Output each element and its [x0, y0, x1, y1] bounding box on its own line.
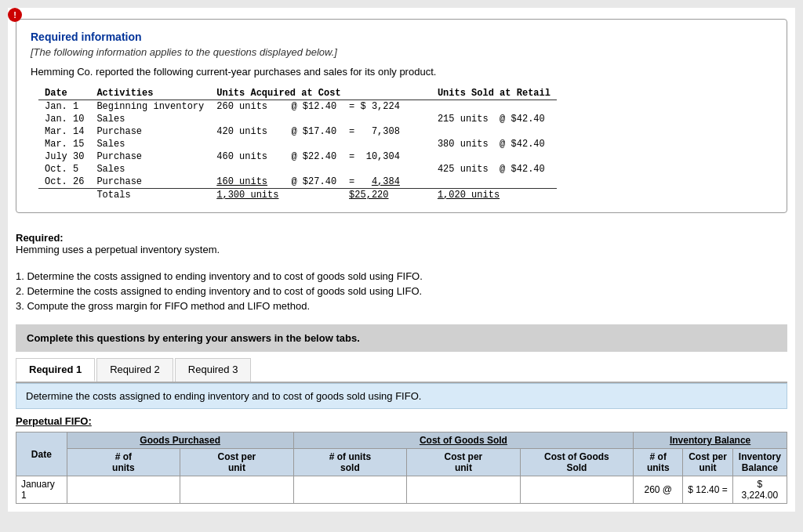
section-goods-purchased: Goods Purchased	[67, 432, 293, 449]
tabs-container: Required 1 Required 2 Required 3	[16, 358, 787, 383]
tab-required-2[interactable]: Required 2	[96, 358, 173, 382]
inv-table-section-header-row: Date Goods Purchased Cost of Goods Sold …	[16, 432, 787, 449]
section-cost-of-goods-sold: Cost of Goods Sold	[293, 432, 634, 449]
col-header-date: Date	[16, 432, 67, 476]
page-wrapper: ! Required information [The following in…	[8, 8, 795, 512]
inv-table-row-jan1: January 1 260 @ $ 12.40 = $ 3,224.00	[16, 476, 787, 504]
inventory-table: Date Goods Purchased Cost of Goods Sold …	[16, 432, 787, 504]
tab-description: Determine the costs assigned to ending i…	[16, 383, 787, 409]
tab-required-1[interactable]: Required 1	[16, 358, 95, 382]
table-row: Oct. 5 Sales 425 units @ $42.40	[38, 163, 557, 176]
col-gp-cost-per-unit: Cost perunit	[180, 449, 294, 476]
input-cogs-cost-jan1[interactable]	[412, 484, 515, 495]
required-info-box: Required information [The following info…	[16, 19, 787, 213]
inv-cogs-cost-jan1[interactable]	[407, 476, 521, 504]
required-label: Required: Hemming uses a perpetual inven…	[16, 232, 787, 255]
inv-gp-units-jan1[interactable]	[67, 476, 180, 504]
inv-date-jan1: January 1	[16, 476, 67, 504]
section-inventory-balance: Inventory Balance	[634, 432, 787, 449]
req-info-subtitle: [The following information applies to th…	[31, 46, 772, 58]
col-units-sold: Units Sold at Retail	[406, 87, 557, 100]
table-row: July 30 Purchase 460 units @ $22.40 = 10…	[38, 150, 557, 163]
table-row: Mar. 14 Purchase 420 units @ $17.40 = 7,…	[38, 125, 557, 138]
complete-bar: Complete this questions by entering your…	[16, 324, 787, 352]
source-data-table: Date Activities Units Acquired at Cost U…	[38, 87, 557, 201]
col-units-acquired: Units Acquired at Cost	[210, 87, 406, 100]
col-cogs-cost-per-unit: Cost perunit	[407, 449, 521, 476]
alert-icon: !	[8, 8, 22, 22]
table-row: Oct. 26 Purchase 160 units @ $27.40 = 4,…	[38, 176, 557, 189]
ib-units-value: 260	[644, 484, 659, 495]
inv-ib-balance-jan1: $ 3,224.00	[732, 476, 787, 504]
required-note: Hemming uses a perpetual inventory syste…	[16, 244, 220, 255]
table-row: Jan. 10 Sales 215 units @ $42.40	[38, 113, 557, 125]
required-section: Required: Hemming uses a perpetual inven…	[16, 226, 787, 324]
input-cogs-total-jan1[interactable]	[525, 484, 629, 495]
inv-gp-cost-jan1[interactable]	[180, 476, 294, 504]
col-ib-balance: InventoryBalance	[732, 449, 787, 476]
input-gp-units-jan1[interactable]	[72, 484, 176, 495]
table-header-row: Date Activities Units Acquired at Cost U…	[38, 87, 557, 100]
perpetual-fifo-label: Perpetual FIFO:	[16, 415, 787, 427]
tab-required-3[interactable]: Required 3	[175, 358, 252, 382]
col-cogs-units-sold: # of unitssold	[293, 449, 407, 476]
input-gp-cost-jan1[interactable]	[185, 484, 289, 495]
col-ib-units: # of units	[634, 449, 683, 476]
required-item-3: 3. Compute the gross margin for FIFO met…	[16, 300, 787, 312]
eq-symbol: =	[722, 484, 728, 495]
table-row: Mar. 15 Sales 380 units @ $42.40	[38, 138, 557, 150]
col-date: Date	[38, 87, 90, 100]
input-cogs-units-jan1[interactable]	[299, 484, 402, 495]
col-activities: Activities	[90, 87, 210, 100]
req-info-desc: Hemming Co. reported the following curre…	[31, 66, 772, 78]
inv-ib-cost-jan1: $ 12.40 =	[683, 476, 732, 504]
at-symbol: @	[663, 484, 672, 495]
required-item-2: 2. Determine the costs assigned to endin…	[16, 285, 787, 297]
table-totals-row: Totals 1,300 units $25,220 1,020 units	[38, 189, 557, 202]
req-info-title: Required information	[31, 31, 772, 43]
col-cogs-total: Cost of GoodsSold	[520, 449, 634, 476]
col-gp-units: # ofunits	[67, 449, 180, 476]
table-row: Jan. 1 Beginning inventory 260 units @ $…	[38, 100, 557, 114]
inv-cogs-units-jan1[interactable]	[293, 476, 407, 504]
inv-ib-units-jan1: 260 @	[634, 476, 683, 504]
ib-cost-value: $ 12.40	[688, 484, 719, 495]
inv-cogs-total-jan1[interactable]	[520, 476, 634, 504]
required-item-1: 1. Determine the costs assigned to endin…	[16, 270, 787, 282]
col-ib-cost-per-unit: Cost perunit	[683, 449, 732, 476]
inv-table-col-header-row: # ofunits Cost perunit # of unitssold Co…	[16, 449, 787, 476]
